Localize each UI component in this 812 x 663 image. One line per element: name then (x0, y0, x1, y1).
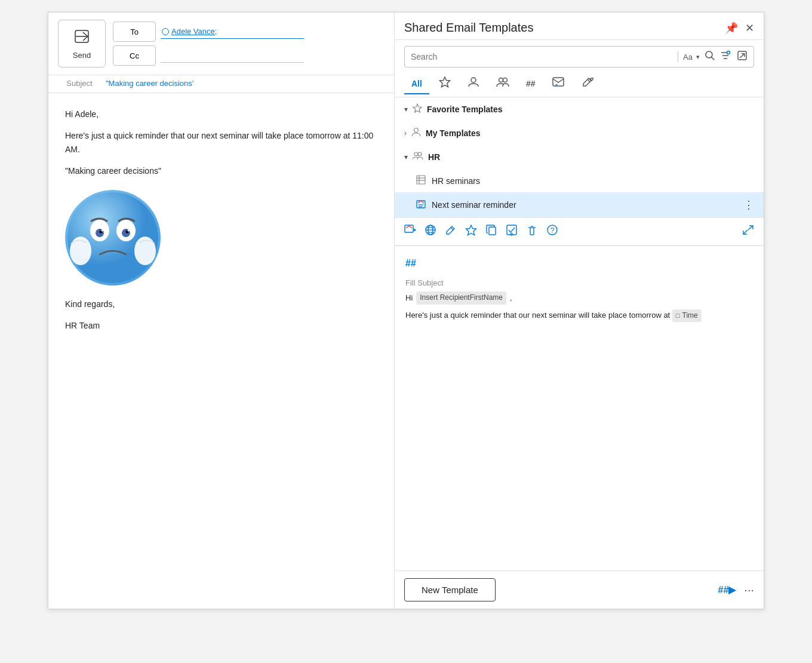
tab-hashtag-label: ## (526, 79, 536, 88)
open-icon[interactable] (737, 50, 748, 63)
svg-line-20 (740, 54, 745, 58)
tab-edit[interactable] (574, 71, 601, 97)
cc-button[interactable]: Cc (113, 45, 156, 66)
tab-shared[interactable] (489, 71, 516, 97)
tab-all[interactable]: All (404, 74, 429, 94)
body-paragraph2: "Making career decisions" (65, 164, 377, 177)
bottom-right-actions: ## ▶ ··· (718, 583, 754, 597)
svg-point-22 (471, 78, 476, 82)
favorites-section-icon (413, 103, 422, 115)
close-icon[interactable]: ✕ (745, 22, 754, 35)
action-edit-icon[interactable] (445, 224, 457, 239)
svg-marker-46 (466, 225, 476, 235)
tabs-row: All (395, 71, 764, 97)
action-insert-icon[interactable] (404, 224, 416, 239)
search-options: Aa ▾ (683, 53, 700, 62)
preview-body: Here's just a quick reminder that our ne… (405, 309, 753, 322)
hr-section-title: HR (428, 152, 440, 162)
svg-marker-28 (413, 104, 422, 112)
hr-chevron: ▾ (404, 153, 408, 161)
body-paragraph1: Here's just a quick reminder that our ne… (65, 129, 377, 156)
tab-hashtag[interactable]: ## (519, 74, 543, 94)
action-globe-icon[interactable] (425, 224, 436, 239)
preview-comma: , (510, 292, 512, 305)
search-right-icons (720, 50, 748, 63)
email-body: Hi Adele, Here's just a quick reminder t… (48, 93, 394, 609)
search-chevron-icon[interactable]: ▾ (696, 53, 700, 61)
svg-line-27 (588, 79, 590, 82)
hr-seminars-icon (416, 175, 426, 186)
preview-hi-row: Hi Insert RecipientFirstName , (405, 291, 753, 304)
svg-rect-25 (553, 78, 564, 86)
my-templates-section-icon (411, 127, 421, 139)
preview-time-label: Time (682, 310, 698, 321)
send-icon (73, 28, 90, 48)
body-greeting: Hi Adele, (65, 108, 377, 121)
bottom-bar: New Template ## ▶ ··· (395, 570, 764, 609)
svg-rect-32 (417, 176, 425, 184)
svg-rect-47 (489, 227, 496, 235)
svg-line-51 (748, 226, 753, 230)
to-button[interactable]: To (113, 22, 156, 42)
search-lens-icon[interactable] (705, 50, 715, 63)
svg-point-29 (414, 128, 419, 133)
preview-hashtag: ## (405, 256, 753, 271)
tab-personal[interactable] (460, 71, 487, 97)
preview-fill-subject: Fill Subject (405, 277, 753, 290)
body-signature2: HR Team (65, 319, 377, 332)
send-button[interactable]: Send (58, 20, 106, 67)
svg-point-30 (414, 152, 418, 156)
svg-point-31 (418, 152, 422, 156)
section-favorites[interactable]: ▾ Favorite Templates (395, 97, 764, 121)
hr-seminars-name: HR seminars (432, 176, 754, 186)
search-input[interactable] (411, 52, 673, 62)
compose-toolbar: Send To Adele Vance; Cc (48, 13, 394, 75)
search-aa-label: Aa (683, 53, 693, 62)
next-seminar-name: Next seminar reminder (432, 200, 737, 210)
svg-line-14 (712, 57, 715, 60)
filter-icon[interactable] (720, 50, 731, 63)
subject-row: Subject "Making career decisions' (48, 75, 394, 93)
to-cc-area: To Adele Vance; Cc (113, 22, 304, 66)
subject-label: Subject (58, 79, 101, 88)
template-item-hr-seminars[interactable]: HR seminars (395, 169, 764, 192)
cc-input[interactable] (161, 48, 304, 63)
section-hr[interactable]: ▾ HR (395, 145, 764, 169)
tab-favorites-icon (439, 76, 451, 91)
bottom-hashtag-icon[interactable]: ## ▶ (718, 584, 736, 596)
bottom-play-icon: ▶ (728, 584, 736, 596)
tab-email[interactable] (545, 72, 572, 96)
action-save-icon[interactable] (506, 224, 518, 239)
pin-icon[interactable]: 📌 (725, 22, 738, 35)
template-item-next-seminar[interactable]: Next seminar reminder ⋮ (395, 192, 764, 217)
hr-section-icon (413, 151, 423, 163)
action-star-icon[interactable] (465, 224, 477, 239)
tab-favorites[interactable] (432, 71, 458, 97)
svg-line-45 (451, 228, 453, 230)
preview-body-text: Here's just a quick reminder that our ne… (405, 311, 670, 320)
action-expand-icon[interactable] (742, 224, 754, 239)
clock-icon: □ (676, 311, 680, 321)
templates-list: ▾ Favorite Templates › My Templates (395, 97, 764, 570)
svg-point-10 (128, 229, 130, 231)
tab-all-label: All (411, 79, 422, 88)
preview-macro-name: Insert RecipientFirstName (416, 291, 506, 304)
next-seminar-icon (416, 199, 426, 211)
action-help-icon[interactable]: ? (546, 224, 558, 239)
tab-shared-icon (496, 76, 509, 91)
action-delete-icon[interactable] (526, 224, 538, 239)
template-more-icon[interactable]: ⋮ (743, 198, 754, 211)
to-circle-icon (162, 28, 169, 35)
tab-edit-icon (582, 76, 593, 91)
favorites-chevron: ▾ (404, 105, 408, 113)
tab-email-icon (552, 76, 565, 90)
bottom-more-icon[interactable]: ··· (744, 583, 754, 597)
header-actions: 📌 ✕ (725, 22, 754, 35)
to-value-field: Adele Vance; (161, 24, 304, 39)
svg-text:?: ? (550, 226, 555, 235)
body-signature1: Kind regards, (65, 297, 377, 311)
new-template-button[interactable]: New Template (404, 578, 496, 601)
subject-value: "Making career decisions' (106, 79, 193, 88)
section-my-templates[interactable]: › My Templates (395, 121, 764, 145)
action-copy-icon[interactable] (485, 224, 497, 239)
